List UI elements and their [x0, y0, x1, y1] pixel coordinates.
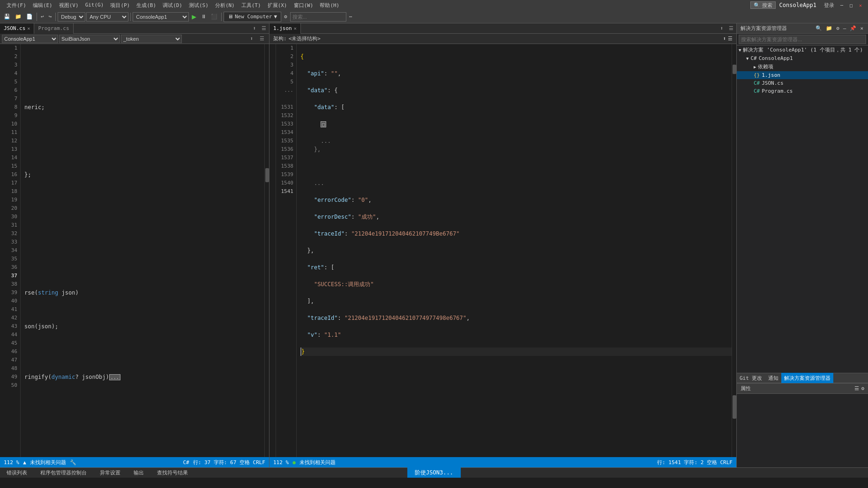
tab-json-cs-close[interactable]: ✕ [27, 26, 30, 31]
title-bar: 文件(F) 编辑(E) 视图(V) Git(G) 项目(P) 生成(B) 调试(… [0, 0, 868, 10]
tab-json-cs[interactable]: JSON.cs ✕ [0, 23, 34, 34]
properties-icon1[interactable]: ☰ [854, 385, 859, 392]
left-panel-menu[interactable]: ☰ [259, 23, 269, 34]
bottom-tab-error-list[interactable]: 错误列表 [4, 468, 30, 478]
sep4 [221, 13, 222, 21]
bottom-tab-output[interactable]: 输出 [131, 468, 147, 478]
tree-program-cs[interactable]: C# Program.cs [737, 87, 868, 95]
new-computer-button[interactable]: 🖥 New Computer ▼ [224, 12, 281, 22]
menu-build[interactable]: 生成(B) [134, 1, 159, 10]
tab-notifications[interactable]: 通知 [765, 373, 781, 383]
tab-1-json[interactable]: 1.json ✕ [269, 23, 301, 34]
tree-json-cs[interactable]: C# JSON.cs [737, 79, 868, 87]
bottom-tab-find-results[interactable]: 查找符号结果 [154, 468, 191, 478]
new-computer-label: New Computer [235, 14, 272, 20]
menu-edit[interactable]: 编辑(E) [30, 1, 55, 10]
maximize-button[interactable]: □ [847, 1, 855, 9]
se-icon2[interactable]: 📁 [825, 25, 833, 31]
right-panel-menu[interactable]: ☰ [726, 23, 736, 34]
bottom-tab-exceptions[interactable]: 异常设置 [97, 468, 123, 478]
menu-view[interactable]: 视图(V) [56, 1, 82, 10]
toolbar-search-input[interactable] [290, 12, 346, 22]
toolbar-more[interactable]: ⋯ [347, 12, 354, 22]
project-select[interactable]: ConsoleApp1 [133, 12, 189, 22]
toolbar-settings[interactable]: ⚙ [282, 12, 289, 22]
tree-project[interactable]: ▼ C# ConsoleApp1 [737, 54, 868, 62]
left-scrollbar[interactable] [264, 44, 269, 457]
menu-project[interactable]: 项目(P) [107, 1, 133, 10]
tab-1-json-close[interactable]: ✕ [294, 26, 297, 31]
left-editor-menu[interactable]: ☰ [257, 34, 267, 44]
run-button[interactable]: ▶ [190, 12, 198, 21]
left-panel-collapse[interactable]: ⬆ [250, 23, 259, 34]
menu-tools[interactable]: 工具(T) [239, 1, 264, 10]
bottom-tab-package[interactable]: 程序包管理器控制台 [37, 468, 90, 478]
solution-tree: ▼ 解决方案 'ConsoleApp1' (1 个项目，共 1 个) ▼ C# … [737, 45, 868, 373]
se-search-input[interactable] [739, 35, 866, 44]
class-select[interactable]: SuiBianJson [59, 35, 120, 43]
right-scrollbar[interactable] [732, 44, 736, 457]
window-controls: ─ □ ✕ [838, 1, 864, 9]
right-zoom[interactable]: 112 % [273, 459, 289, 466]
toolbar-new[interactable]: 📄 [24, 12, 35, 22]
tree-jsoncs-icon: C# [754, 80, 760, 86]
right-tab-bar: 1.json ✕ ⬆ ☰ [269, 23, 736, 34]
search-box[interactable]: 🔍 搜索 [750, 1, 776, 9]
se-icon1[interactable]: 🔍 [815, 25, 823, 31]
left-editor-chevron[interactable]: ⬆ [247, 34, 256, 44]
breadcrumb-value[interactable]: <未选择结构> [289, 35, 321, 42]
toolbar-undo[interactable]: ↩ [39, 12, 46, 22]
menu-window[interactable]: 窗口(W) [291, 1, 316, 10]
right-code-area: 1 2 3 4 5 ... 1531 1532 1533 1534 1535 1… [269, 44, 736, 457]
se-pin[interactable]: 📌 [849, 25, 857, 31]
right-code-content[interactable]: { "api": "", "data": { "data": [ □ ... }… [297, 44, 732, 457]
tab-git-changes[interactable]: Git 更改 [737, 373, 765, 383]
menu-help[interactable]: 帮助(H) [317, 1, 342, 10]
login-label[interactable]: 登录 [824, 2, 834, 9]
code-content[interactable]: neric; }; rse(string json) son(json); ri… [21, 44, 264, 457]
toolbar-stop[interactable]: ⬛ [209, 12, 219, 22]
right-panel-collapse[interactable]: ⬆ [717, 23, 726, 34]
right-breadcrumb: 架构: <未选择结构> ⬆ ☰ [269, 34, 736, 44]
properties-icon2[interactable]: ⚙ [861, 385, 864, 392]
namespace-select[interactable]: ConsoleApp1 [2, 35, 58, 43]
member-select[interactable]: _token [121, 35, 182, 43]
toolbar-open[interactable]: 📁 [13, 12, 23, 22]
title-bar-right: 🔍 搜索 ConsoleApp1 登录 ─ □ ✕ [750, 1, 864, 9]
se-collapse[interactable]: – [842, 25, 847, 31]
new-computer-chevron: ▼ [274, 14, 277, 20]
menu-debug[interactable]: 调试(D) [160, 1, 185, 10]
tab-program-cs[interactable]: Program.cs [34, 23, 73, 34]
minimize-button[interactable]: ─ [838, 1, 846, 9]
tab-se[interactable]: 解决方案资源管理器 [781, 373, 833, 383]
menu-test[interactable]: 测试(S) [186, 1, 211, 10]
notification-bar[interactable]: 阶使JSON3... [407, 467, 461, 478]
toolbar-save[interactable]: 💾 [2, 12, 12, 22]
se-close[interactable]: ✕ [859, 25, 864, 31]
menu-extensions[interactable]: 扩展(X) [265, 1, 290, 10]
platform-select[interactable]: Any CPU [86, 12, 128, 22]
solution-explorer-panel: 解决方案资源管理器 🔍 📁 ⚙ – 📌 ✕ ▼ 解决方案 'ConsoleApp… [737, 23, 868, 467]
close-button[interactable]: ✕ [857, 1, 864, 9]
tree-dep-label: 依赖项 [756, 63, 773, 70]
debug-mode-select[interactable]: Debug [58, 12, 85, 22]
left-warning-icon: ▲ [23, 459, 26, 466]
tree-solution[interactable]: ▼ 解决方案 'ConsoleApp1' (1 个项目，共 1 个) [737, 45, 868, 54]
sep2 [55, 13, 56, 21]
toolbar-pause[interactable]: ⏸ [199, 12, 208, 22]
left-lang-icon: C# [183, 459, 189, 466]
line-numbers: 1 2 3 4 5 6 7 8 9 10 11 12 13 14 [0, 44, 21, 457]
right-breadcrumb-btn1[interactable]: ⬆ [723, 36, 726, 42]
toolbar-redo[interactable]: ↪ [47, 12, 54, 22]
menu-analyze[interactable]: 分析(N) [212, 1, 238, 10]
right-breadcrumb-btn2[interactable]: ☰ [728, 36, 733, 42]
left-zoom[interactable]: 112 % [4, 459, 19, 466]
menu-file[interactable]: 文件(F) [4, 1, 29, 10]
menu-bar: 文件(F) 编辑(E) 视图(V) Git(G) 项目(P) 生成(B) 调试(… [4, 1, 342, 10]
right-status-bar: 112 % ● 未找到相关问题 行: 1541 字符: 2 空格 CRLF [269, 457, 736, 467]
se-icon3[interactable]: ⚙ [835, 25, 840, 31]
menu-git[interactable]: Git(G) [82, 1, 107, 10]
tree-dependencies[interactable]: ▶ 依赖项 [737, 62, 868, 71]
tree-1-json[interactable]: {} 1.json [737, 71, 868, 79]
left-status-icon: 🔧 [70, 459, 76, 466]
